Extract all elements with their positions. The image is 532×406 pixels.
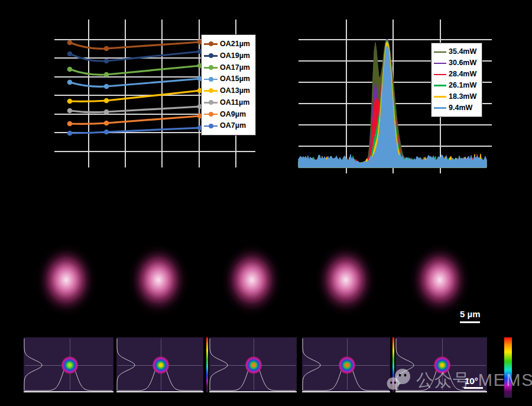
legend-item: OA21µm	[204, 40, 253, 48]
legend-label: 28.4mW	[449, 70, 476, 78]
legend-label: OA9µm	[220, 111, 246, 118]
legend-marker	[204, 123, 218, 129]
legend-marker	[204, 88, 218, 94]
panel-baseline	[116, 391, 203, 392]
panel-baseline	[24, 391, 113, 392]
legend-marker	[434, 105, 446, 111]
legend-item: OA19µm	[204, 52, 253, 60]
legend-label: OA17µm	[220, 64, 250, 72]
legend-label: OA21µm	[220, 40, 250, 48]
figure-canvas: OA21µm OA19µm OA17µm OA15µm OA13µm OA11µ…	[0, 0, 532, 406]
scale-bar-10deg-label: 10°	[465, 376, 478, 385]
near-field-spot	[125, 241, 192, 319]
legend-item: OA11µm	[204, 99, 253, 107]
legend-marker	[204, 111, 218, 117]
legend-item: OA13µm	[204, 87, 253, 95]
legend-label: 30.6mW	[449, 59, 476, 67]
scale-bar-5um	[460, 321, 480, 323]
legend-marker	[204, 99, 218, 105]
legend-item: OA7µm	[204, 122, 253, 130]
legend-label: OA13µm	[220, 87, 250, 95]
far-field-panel	[116, 337, 203, 392]
near-field-spot	[313, 241, 379, 319]
near-field-spot	[33, 241, 99, 319]
legend-item: 28.4mW	[434, 70, 479, 78]
legend-item: OA17µm	[204, 64, 253, 72]
legend-item: 30.6mW	[434, 59, 479, 67]
legend-marker	[434, 60, 446, 66]
legend-marker	[204, 65, 218, 70]
legend-marker	[204, 53, 218, 59]
oa-chart-legend: OA21µm OA19µm OA17µm OA15µm OA13µm OA11µ…	[201, 34, 256, 136]
legend-label: 35.4mW	[449, 48, 476, 56]
legend-item: OA15µm	[204, 75, 253, 83]
far-field-panel	[209, 337, 297, 392]
mini-colorbar-strip	[206, 337, 208, 392]
panel-baseline	[302, 391, 390, 392]
legend-label: OA15µm	[220, 75, 250, 83]
legend-label: OA11µm	[220, 99, 249, 107]
watermark: 公众号·MEMS	[385, 368, 532, 393]
legend-label: 26.1mW	[449, 82, 476, 89]
legend-marker	[204, 76, 218, 82]
legend-marker	[434, 82, 446, 88]
far-field-panel	[24, 337, 113, 392]
legend-label: OA19µm	[220, 52, 250, 60]
near-field-spot	[219, 241, 285, 319]
legend-item: OA9µm	[204, 111, 253, 118]
legend-marker	[434, 72, 446, 78]
beam-spot	[339, 356, 355, 374]
legend-label: OA7µm	[220, 122, 246, 130]
scale-bar-5um-label: 5 µm	[460, 310, 481, 318]
legend-item: 18.3mW	[434, 93, 479, 101]
legend-item: 26.1mW	[434, 82, 479, 89]
legend-label: 9.4mW	[449, 104, 472, 112]
scale-bar-10deg	[464, 387, 483, 389]
panel-baseline	[209, 391, 297, 392]
legend-item: 9.4mW	[434, 104, 479, 112]
wechat-icon	[385, 368, 413, 393]
legend-label: 18.3mW	[449, 93, 476, 101]
beam-spot	[61, 356, 78, 374]
far-field-panel	[302, 337, 390, 392]
legend-item: 35.4mW	[434, 48, 479, 56]
beam-spot	[153, 356, 169, 374]
legend-marker	[434, 49, 446, 55]
spectrum-chart-legend: 35.4mW 30.6mW 28.4mW 26.1mW 18.3mW 9.4mW	[431, 43, 482, 117]
near-field-spot	[407, 241, 473, 319]
legend-marker	[434, 94, 446, 99]
legend-marker	[204, 41, 218, 47]
